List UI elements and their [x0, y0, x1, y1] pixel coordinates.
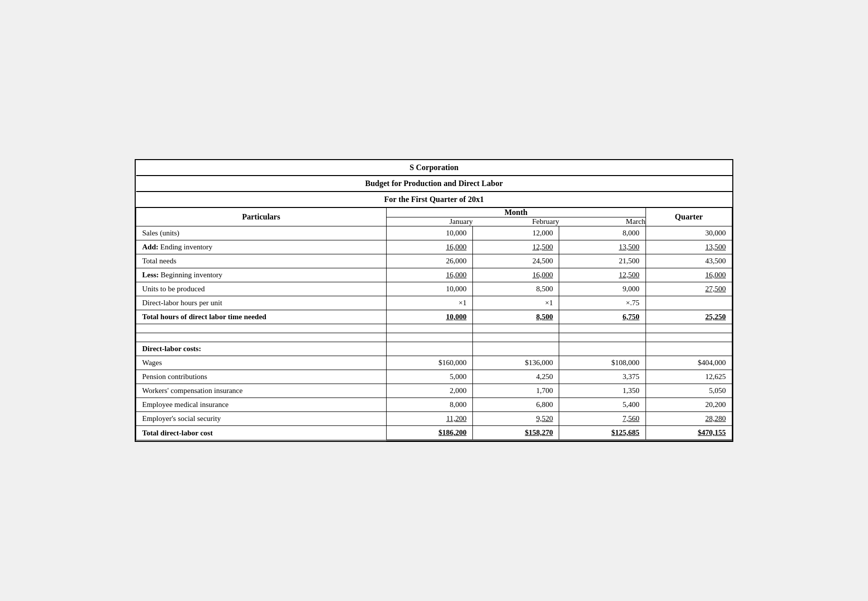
data-cell-feb: 8,500	[473, 310, 559, 324]
row-label: Sales (units)	[136, 226, 387, 240]
data-cell-feb: 24,500	[473, 254, 559, 268]
data-cell-jan: 8,000	[386, 398, 472, 412]
table-row: Total needs26,00024,50021,50043,500	[136, 254, 732, 268]
data-cell-mar: 7,560	[559, 412, 646, 426]
title-line3: For the First Quarter of 20x1	[136, 192, 732, 207]
data-cell-qtr: 28,280	[646, 412, 732, 426]
table-row: Workers' compensation insurance2,0001,70…	[136, 384, 732, 398]
data-cell-feb: 4,250	[473, 370, 559, 384]
col-header-group-row: Particulars Month Quarter	[136, 207, 732, 217]
data-cell-feb: 12,000	[473, 226, 559, 240]
data-cell-feb: 8,500	[473, 282, 559, 296]
data-cell-feb: 12,500	[473, 240, 559, 254]
data-cell-jan: 10,000	[386, 226, 472, 240]
data-cell-mar: 5,400	[559, 398, 646, 412]
table-row: Add: Ending inventory16,00012,50013,5001…	[136, 240, 732, 254]
table-row	[136, 333, 732, 342]
title-row-2: Budget for Production and Direct Labor	[136, 176, 732, 192]
data-cell-jan: 16,000	[386, 240, 472, 254]
data-cell-mar: $108,000	[559, 356, 646, 370]
title-line2: Budget for Production and Direct Labor	[136, 176, 732, 192]
table-row: Sales (units)10,00012,0008,00030,000	[136, 226, 732, 240]
data-cell-qtr: 12,625	[646, 370, 732, 384]
quarter-header: Quarter	[646, 207, 732, 226]
data-cell-qtr	[646, 296, 732, 310]
table-row: Units to be produced10,0008,5009,00027,5…	[136, 282, 732, 296]
data-cell-mar: 8,000	[559, 226, 646, 240]
data-cell-jan: 26,000	[386, 254, 472, 268]
data-cell-jan: 16,000	[386, 268, 472, 282]
data-cell-feb: 1,700	[473, 384, 559, 398]
row-label: Total direct-labor cost	[136, 426, 387, 440]
table-row: Employer's social security11,2009,5207,5…	[136, 412, 732, 426]
table-row: Pension contributions5,0004,2503,37512,6…	[136, 370, 732, 384]
data-cell-mar: $125,685	[559, 426, 646, 440]
row-label: Direct-labor hours per unit	[136, 296, 387, 310]
data-cell-qtr: 16,000	[646, 268, 732, 282]
main-table-container: S Corporation Budget for Production and …	[135, 159, 733, 442]
data-cell-feb: ×1	[473, 296, 559, 310]
january-header: January	[386, 217, 472, 226]
row-label: Units to be produced	[136, 282, 387, 296]
data-cell-feb: $136,000	[473, 356, 559, 370]
data-cell-jan: 11,200	[386, 412, 472, 426]
row-label: Add: Ending inventory	[136, 240, 387, 254]
table-row: Less: Beginning inventory16,00016,00012,…	[136, 268, 732, 282]
row-label: Direct-labor costs:	[136, 342, 387, 356]
data-cell-mar: 9,000	[559, 282, 646, 296]
table-row: Total direct-labor cost$186,200$158,270$…	[136, 426, 732, 440]
march-header: March	[559, 217, 646, 226]
data-cell-jan: 2,000	[386, 384, 472, 398]
data-cell-mar: 3,375	[559, 370, 646, 384]
month-header: Month	[386, 207, 646, 217]
title-line1: S Corporation	[136, 160, 732, 176]
data-cell-jan: $160,000	[386, 356, 472, 370]
data-cell-jan: $186,200	[386, 426, 472, 440]
data-cell-feb: 9,520	[473, 412, 559, 426]
data-cell-jan: 10,000	[386, 310, 472, 324]
data-cell-qtr: 30,000	[646, 226, 732, 240]
data-cell-feb: $158,270	[473, 426, 559, 440]
table-row: Employee medical insurance8,0006,8005,40…	[136, 398, 732, 412]
data-cell-qtr: 43,500	[646, 254, 732, 268]
row-label: Less: Beginning inventory	[136, 268, 387, 282]
data-cell-feb: 6,800	[473, 398, 559, 412]
data-cell-mar: 13,500	[559, 240, 646, 254]
data-cell-qtr	[646, 342, 732, 356]
data-cell-qtr: 25,250	[646, 310, 732, 324]
data-cell-qtr: 27,500	[646, 282, 732, 296]
data-cell-mar: 6,750	[559, 310, 646, 324]
data-cell-jan: ×1	[386, 296, 472, 310]
data-cell-mar: 1,350	[559, 384, 646, 398]
data-cell-jan: 5,000	[386, 370, 472, 384]
row-label: Total needs	[136, 254, 387, 268]
data-cell-feb: 16,000	[473, 268, 559, 282]
table-row	[136, 324, 732, 333]
row-label: Employer's social security	[136, 412, 387, 426]
data-cell-qtr: 13,500	[646, 240, 732, 254]
row-label: Wages	[136, 356, 387, 370]
row-label: Pension contributions	[136, 370, 387, 384]
data-cell-mar	[559, 342, 646, 356]
data-cell-jan	[386, 342, 472, 356]
data-cell-mar: 12,500	[559, 268, 646, 282]
data-cell-qtr: 5,050	[646, 384, 732, 398]
data-cell-mar: 21,500	[559, 254, 646, 268]
data-cell-feb	[473, 342, 559, 356]
data-cell-jan: 10,000	[386, 282, 472, 296]
particulars-header: Particulars	[136, 207, 387, 226]
table-row: Direct-labor hours per unit×1×1×.75	[136, 296, 732, 310]
february-header: February	[473, 217, 559, 226]
row-label: Total hours of direct labor time needed	[136, 310, 387, 324]
table-row: Total hours of direct labor time needed1…	[136, 310, 732, 324]
data-cell-mar: ×.75	[559, 296, 646, 310]
table-row: Direct-labor costs:	[136, 342, 732, 356]
data-cell-qtr: 20,200	[646, 398, 732, 412]
data-cell-qtr: $470,155	[646, 426, 732, 440]
title-row-3: For the First Quarter of 20x1	[136, 192, 732, 207]
row-label: Workers' compensation insurance	[136, 384, 387, 398]
table-row: Wages$160,000$136,000$108,000$404,000	[136, 356, 732, 370]
row-label: Employee medical insurance	[136, 398, 387, 412]
data-cell-qtr: $404,000	[646, 356, 732, 370]
title-row-1: S Corporation	[136, 160, 732, 176]
